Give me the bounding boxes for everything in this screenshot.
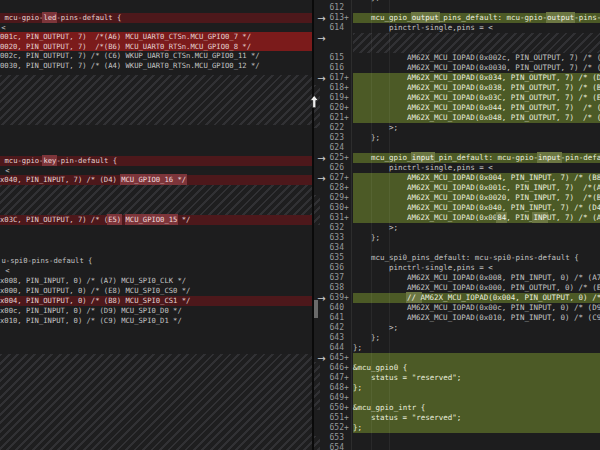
left-code-row[interactable]: x000, PIN_OUTPUT, 0) /* (E8) MCU_SPI0_CS… [0, 286, 312, 296]
right-code-row[interactable] [353, 433, 600, 443]
right-code-row[interactable]: pinctrl-single,pins = < [353, 263, 600, 273]
right-code-row[interactable]: AM62X_MCU_IOPAD(0x03C, PIN_OUTPUT, 7) /*… [353, 93, 600, 103]
chunk-arrow-icon[interactable]: → [315, 294, 328, 304]
right-code-row[interactable]: AM62X_MCU_IOPAD(0x000, PIN_OUTPUT, 0) /*… [353, 283, 600, 293]
right-code-text: >; [389, 223, 398, 233]
right-code-row[interactable] [353, 443, 600, 450]
chunk-arrow-icon[interactable]: → [315, 354, 328, 364]
right-code-text: }; [371, 133, 380, 143]
right-code-row[interactable]: AM62X_MCU_IOPAD(0x00c, PIN_INPUT, 0) /* … [353, 303, 600, 313]
right-code-row[interactable]: }; [353, 343, 600, 353]
left-code-row[interactable]: 0020, PIN_OUTPUT, 7) /*(B6) MCU_UART0_RT… [0, 42, 312, 52]
right-code-text: AM62X_MCU_IOPAD(0x010, PIN_INPUT, 0) /* … [407, 313, 600, 323]
right-code-row[interactable] [353, 143, 600, 153]
right-code-row[interactable]: AM62X_MCU_IOPAD(0x0030, PIN_OUTPUT, 7) /… [353, 63, 600, 73]
left-code-row[interactable]: mcu-gpio-led-pins-default { [0, 13, 312, 23]
right-code-row[interactable]: AM62X_MCU_IOPAD(0x0084, PIN_INPUT, 7) /*… [353, 213, 600, 223]
added-line-flag: + [344, 153, 352, 163]
line-number: 631 [320, 213, 344, 223]
chunk-arrow-icon[interactable]: → [315, 154, 328, 164]
chunk-arrow-icon[interactable]: → [315, 74, 328, 84]
right-code-row[interactable] [353, 393, 600, 403]
left-code-row[interactable]: 0030, PIN_OUTPUT, 7) /* (A4) WKUP_UART0_… [0, 61, 312, 71]
right-code-text: pinctrl-single,pins = < [389, 23, 493, 33]
right-code-row[interactable]: pinctrl-single,pins = < [353, 163, 600, 173]
left-code-row[interactable]: < [0, 23, 312, 33]
right-code-row[interactable]: &mcu_gpio_intr { [353, 403, 600, 413]
line-number: 636 [320, 263, 344, 273]
right-code-row[interactable]: // AM62X_MCU_IOPAD(0x004, PIN_OUTPUT, 0)… [353, 293, 600, 303]
added-line-flag: + [344, 183, 352, 193]
right-code-row[interactable]: AM62X_MCU_IOPAD(0x048, PIN_OUTPUT, 7) /*… [353, 113, 600, 123]
line-number: 638 [320, 283, 344, 293]
right-code-row[interactable]: &mcu_gpio0 { [353, 363, 600, 373]
left-code-row[interactable]: x008, PIN_INPUT, 0) /* (A7) MCU_SPI0_CLK… [0, 276, 312, 286]
right-code-row[interactable]: pinctrl-single,pins = < [353, 23, 600, 33]
right-code-row[interactable]: }; [353, 133, 600, 143]
right-code-row[interactable]: status = "reserved"; [353, 373, 600, 383]
left-code-row[interactable]: x040, PIN_INPUT, 7) /* (D4) MCU_GPIO0_16… [0, 175, 312, 185]
line-number: 640 [320, 303, 344, 313]
pane-divider[interactable] [312, 0, 314, 450]
right-code-row[interactable]: AM62X_MCU_IOPAD(0x010, PIN_INPUT, 0) /* … [353, 313, 600, 323]
right-code-row[interactable]: >; [353, 123, 600, 133]
left-code-row[interactable]: u-spi0-pins-default { [0, 256, 312, 266]
right-code-text: mcu_gpio_input_pin_default: mcu-gpio-inp… [371, 153, 600, 163]
right-code-row[interactable]: }; [353, 333, 600, 343]
left-gap-hatch [0, 185, 312, 215]
added-line-flag: + [344, 203, 352, 213]
added-line-flag: + [344, 353, 352, 363]
right-code-text: AM62X_MCU_IOPAD(0x038, PIN_OUTPUT, 7) /*… [407, 83, 600, 93]
right-code-text: AM62X_MCU_IOPAD(0x03C, PIN_OUTPUT, 7) /*… [407, 93, 600, 103]
left-code-row[interactable]: 001c, PIN_OUTPUT, 7) /*(A6) MCU_UART0_CT… [0, 32, 312, 42]
left-code-row[interactable]: 002c, PIN_OUTPUT, 7) /* (C6) WKUP_UART0_… [0, 51, 312, 61]
right-code-row[interactable]: mcu_spi0_pins_default: mcu-spi0-pins-def… [353, 253, 600, 263]
chunk-arrow-icon[interactable]: → [315, 14, 328, 24]
line-number: 621 [320, 113, 344, 123]
added-line-flag: + [344, 83, 352, 93]
right-code-row[interactable]: status = "reserved"; [353, 413, 600, 423]
left-code-row[interactable]: x03C, PIN_OUTPUT, 7) /* (E5) MCU_GPIO0_1… [0, 215, 312, 225]
left-gap-hatch [0, 354, 312, 450]
chunk-arrow-icon[interactable]: → [315, 174, 328, 184]
right-code-row[interactable]: AM62X_MCU_IOPAD(0x040, PIN_INPUT, 7) /* … [353, 203, 600, 213]
right-code-row[interactable]: AM62X_MCU_IOPAD(0x002c, PIN_OUTPUT, 7) /… [353, 53, 600, 63]
right-code-row[interactable]: }; [353, 383, 600, 393]
right-code-row[interactable]: }; [353, 423, 600, 433]
right-code-row[interactable]: >; [353, 323, 600, 333]
right-code-row[interactable]: }; [353, 233, 600, 243]
added-line-flag: + [344, 193, 352, 203]
left-code-text: x040, PIN_INPUT, 7) /* (D4) MCU_GPIO0_16… [0, 175, 186, 185]
inline-diff-highlight: input [537, 152, 562, 163]
right-code-row[interactable]: AM62X_MCU_IOPAD(0x0020, PIN_INPUT, 7) /*… [353, 193, 600, 203]
right-code-text: AM62X_MCU_IOPAD(0x00c, PIN_INPUT, 0) /* … [407, 303, 600, 313]
line-number: 614 [320, 23, 344, 33]
inline-diff-highlight: output [411, 12, 440, 23]
right-code-text: status = "reserved"; [371, 373, 461, 383]
right-code-row[interactable]: mcu_gpio_input_pin_default: mcu-gpio-inp… [353, 153, 600, 163]
added-line-flag: + [344, 293, 352, 303]
left-code-row[interactable]: mcu-gpio-key-pin-default { [0, 156, 312, 166]
right-code-text: AM62X_MCU_IOPAD(0x048, PIN_OUTPUT, 7) /*… [407, 113, 600, 123]
right-code-row[interactable]: AM62X_MCU_IOPAD(0x004, PIN_INPUT, 7) /* … [353, 173, 600, 183]
right-code-row[interactable] [353, 243, 600, 253]
right-code-row[interactable]: >; [353, 223, 600, 233]
left-code-row[interactable]: x004, PIN_OUTPUT, 0) /* (B8) MCU_SPI0_CS… [0, 296, 312, 306]
right-code-row[interactable]: AM62X_MCU_IOPAD(0x044, PIN_OUTPUT, 7) /*… [353, 103, 600, 113]
right-code-row[interactable]: AM62X_MCU_IOPAD(0x008, PIN_INPUT, 0) /* … [353, 273, 600, 283]
right-gap-hatch [353, 33, 600, 53]
indent-guide-2 [389, 0, 390, 450]
left-code-row[interactable]: x010, PIN_INPUT, 0) /* (C9) MCU_SPI0_D1 … [0, 316, 312, 326]
right-code-row[interactable]: mcu_gpio_output_pins_default: mcu-gpio-o… [353, 13, 600, 23]
right-code-row[interactable]: AM62X_MCU_IOPAD(0x038, PIN_OUTPUT, 7) /*… [353, 83, 600, 93]
left-code-row[interactable]: < [0, 266, 312, 276]
left-code-text: < [1, 23, 5, 33]
line-number: 634 [320, 243, 344, 253]
left-code-row[interactable]: x00c, PIN_INPUT, 0) /* (D9) MCU_SPI0_D0 … [0, 306, 312, 316]
right-code-row[interactable]: AM62X_MCU_IOPAD(0x001c, PIN_INPUT, 7) /*… [353, 183, 600, 193]
right-code-row[interactable] [353, 353, 600, 363]
left-code-text: x03C, PIN_OUTPUT, 7) /* (E5) MCU_GPIO0_1… [0, 215, 190, 225]
line-number: 630 [320, 203, 344, 213]
right-code-row[interactable]: AM62X_MCU_IOPAD(0x034, PIN_OUTPUT, 7) /*… [353, 73, 600, 83]
chunk-arrow-icon[interactable]: → [315, 34, 328, 44]
